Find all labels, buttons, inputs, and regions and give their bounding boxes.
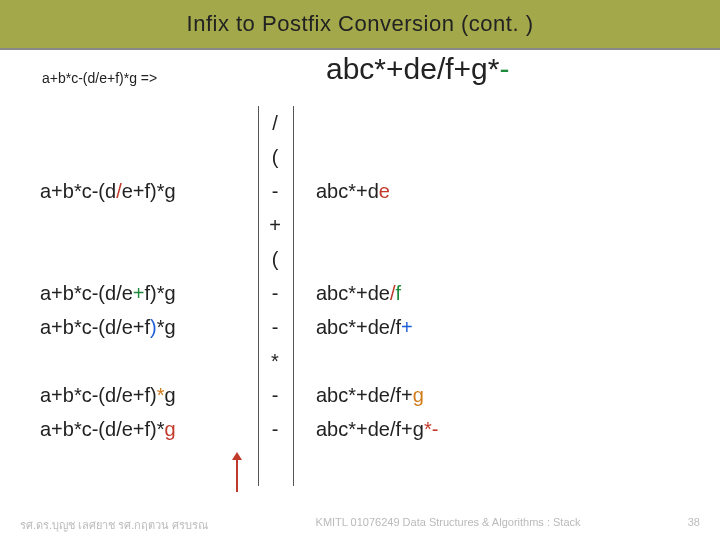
result-expression: abc*+de/f+g*- bbox=[326, 52, 509, 86]
stack-cell: / bbox=[258, 106, 292, 140]
stack-cell: + bbox=[258, 208, 292, 242]
postfix-cell: abc*+de/f+g*- bbox=[292, 412, 438, 446]
arrow-up-icon bbox=[236, 454, 238, 492]
footer-authors: รศ.ดร.บุญช เลศยาช รศ.กฤตวน ศรบรณ bbox=[20, 516, 208, 534]
stack-cell: ( bbox=[258, 242, 292, 276]
stack-cell: - bbox=[258, 174, 292, 208]
infix-cell: a+b*c-(d/e+f)*g bbox=[40, 276, 258, 310]
footer: รศ.ดร.บุญช เลศยาช รศ.กฤตวน ศรบรณ KMITL 0… bbox=[0, 516, 720, 534]
slide-title: Infix to Postfix Conversion (cont. ) bbox=[187, 11, 534, 37]
table-row: a+b*c-(d/e+f)*g-abc*+de/f+g*- bbox=[40, 412, 438, 446]
table-row: + bbox=[40, 208, 438, 242]
postfix-cell: abc*+de/f+ bbox=[292, 310, 413, 344]
footer-page: 38 bbox=[688, 516, 700, 534]
stack-cell: - bbox=[258, 276, 292, 310]
postfix-cell: abc*+de/f+g bbox=[292, 378, 424, 412]
infix-cell: a+b*c-(d/e+f)*g bbox=[40, 412, 258, 446]
infix-cell: a+b*c-(d/e+f)*g bbox=[40, 378, 258, 412]
stack-cell: ( bbox=[258, 140, 292, 174]
stack-cell: - bbox=[258, 378, 292, 412]
table-row: a+b*c-(d/e+f)*g-abc*+de/f bbox=[40, 276, 438, 310]
stack-cell: - bbox=[258, 412, 292, 446]
table-row: a+b*c-(d/e+f)*g-abc*+de bbox=[40, 174, 438, 208]
conversion-table: / ( a+b*c-(d/e+f)*g-abc*+de + ( a+b*c-(d… bbox=[40, 106, 438, 446]
footer-course: KMITL 01076249 Data Structures & Algorit… bbox=[316, 516, 581, 534]
title-bar: Infix to Postfix Conversion (cont. ) bbox=[0, 0, 720, 50]
table-row: ( bbox=[40, 140, 438, 174]
table-row: / bbox=[40, 106, 438, 140]
table-row: ( bbox=[40, 242, 438, 276]
postfix-cell: abc*+de/f bbox=[292, 276, 401, 310]
result-tail: - bbox=[499, 52, 509, 85]
infix-cell: a+b*c-(d/e+f)*g bbox=[40, 174, 258, 208]
stack-cell: - bbox=[258, 310, 292, 344]
table-row: a+b*c-(d/e+f)*g-abc*+de/f+ bbox=[40, 310, 438, 344]
source-expression: a+b*c-(d/e+f)*g => bbox=[42, 70, 157, 86]
infix-cell: a+b*c-(d/e+f)*g bbox=[40, 310, 258, 344]
stack-cell: * bbox=[258, 344, 292, 378]
postfix-cell: abc*+de bbox=[292, 174, 390, 208]
table-row: * bbox=[40, 344, 438, 378]
result-main: abc*+de/f+g* bbox=[326, 52, 499, 85]
table-row: a+b*c-(d/e+f)*g-abc*+de/f+g bbox=[40, 378, 438, 412]
